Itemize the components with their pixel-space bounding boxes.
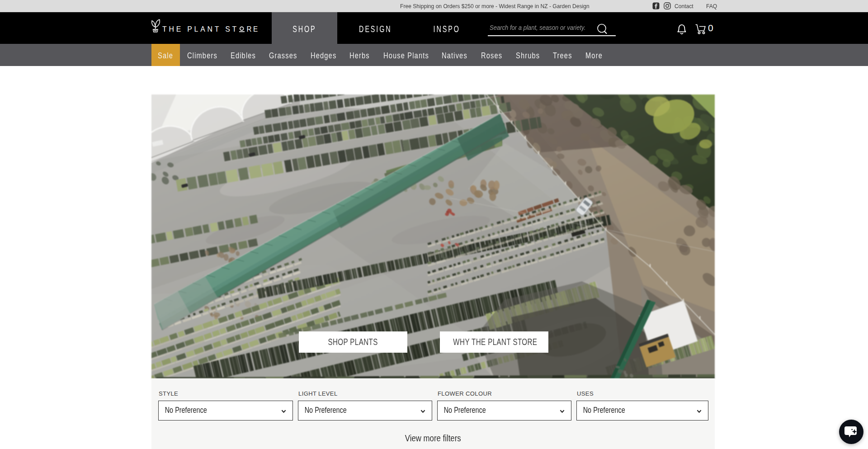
svg-text:THE PLANT ST: THE PLANT ST [162,25,239,33]
svg-text:RE: RE [246,25,259,33]
